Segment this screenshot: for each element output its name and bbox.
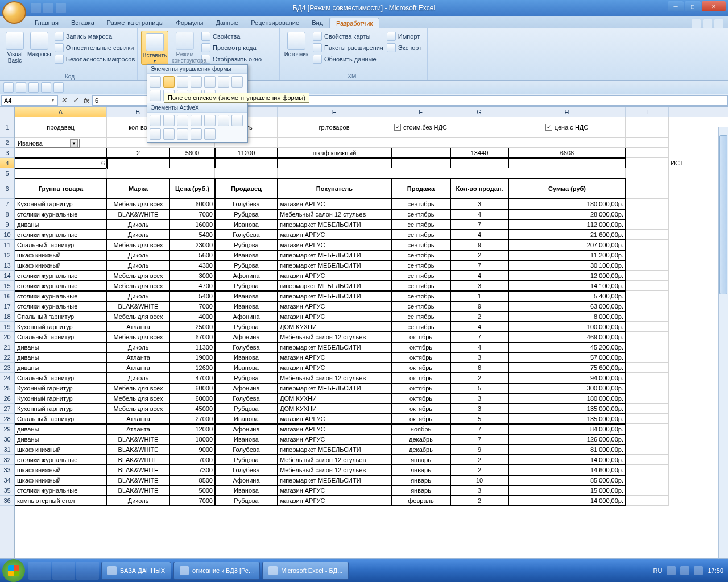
cell[interactable]: 2 xyxy=(450,496,508,506)
cell[interactable]: 5 400,00р. xyxy=(508,291,626,301)
macros-button[interactable]: Макросы xyxy=(27,31,51,57)
cell[interactable]: BLAK&WHITE xyxy=(107,485,169,496)
cell[interactable]: сентябрь xyxy=(391,230,450,240)
cell[interactable]: 3 xyxy=(450,281,508,291)
cell[interactable]: январь xyxy=(391,455,450,465)
cell[interactable]: Диколь xyxy=(107,219,169,230)
col-header[interactable]: F xyxy=(391,107,450,117)
cell[interactable]: гипермаркет МЕБЕЛЬСИТИ xyxy=(278,219,391,230)
select-all[interactable] xyxy=(0,107,15,117)
taskbar-task[interactable]: БАЗА ДАННЫХ xyxy=(101,562,171,580)
cell[interactable]: Диколь xyxy=(107,291,169,301)
cell[interactable]: Диколь xyxy=(107,373,169,383)
cell[interactable]: январь xyxy=(391,475,450,485)
cell[interactable]: Спальный гарнитур xyxy=(15,240,107,250)
cell[interactable]: Рубцова xyxy=(215,281,278,291)
cell[interactable]: BLAK&WHITE xyxy=(107,455,169,465)
cell[interactable]: столики журнальные xyxy=(15,485,107,496)
cell[interactable]: 6 xyxy=(15,158,107,168)
row-header[interactable]: 10 xyxy=(0,230,14,240)
maximize-button[interactable]: □ xyxy=(685,1,701,11)
row-header[interactable]: 25 xyxy=(0,383,14,393)
fx-icon[interactable]: fx xyxy=(81,95,92,106)
cell[interactable]: сентябрь xyxy=(391,240,450,250)
cell[interactable] xyxy=(626,219,669,230)
row-header[interactable]: 27 xyxy=(0,404,14,414)
cell[interactable]: шкаф книжный xyxy=(15,465,107,475)
cell[interactable] xyxy=(169,158,215,168)
cell[interactable]: Кухонный гарнитур xyxy=(15,383,107,393)
cell[interactable]: BLAK&WHITE xyxy=(107,475,169,485)
tray-icon[interactable] xyxy=(667,566,676,575)
cell[interactable]: 2 xyxy=(107,148,169,158)
cell[interactable]: гипермаркет МЕБЕЛЬСИТИ xyxy=(278,342,391,352)
cell[interactable]: Диколь xyxy=(107,250,169,260)
cell[interactable]: столики журнальные xyxy=(15,291,107,301)
cell[interactable]: ИСТ xyxy=(669,158,713,168)
pinned-app-icon[interactable] xyxy=(28,562,51,580)
cell[interactable]: Мебельный салон 12 стульев xyxy=(278,373,391,383)
cell[interactable]: Кухонный гарнитур xyxy=(15,322,107,332)
cell[interactable]: Группа товара xyxy=(15,178,107,199)
cell[interactable]: сентябрь xyxy=(391,209,450,219)
ax-spinbutton-icon[interactable] xyxy=(231,115,243,126)
cell[interactable]: 60000 xyxy=(169,199,215,209)
cell[interactable]: магазин АРГУС xyxy=(278,363,391,373)
cell[interactable]: гипермаркет МЕБЕЛЬСИТИ xyxy=(278,281,391,291)
cell[interactable] xyxy=(626,352,669,363)
col-header[interactable]: E xyxy=(278,107,391,117)
row-header[interactable]: 7 xyxy=(0,199,14,209)
cell[interactable]: 7 xyxy=(450,260,508,271)
cell[interactable] xyxy=(626,322,669,332)
cell[interactable]: 4000 xyxy=(169,311,215,322)
row-header[interactable]: 35 xyxy=(0,485,14,496)
cell[interactable]: 6 xyxy=(450,363,508,373)
cell[interactable]: гипермаркет МЕБЕЛЬСИТИ xyxy=(278,475,391,485)
cell[interactable]: 4 xyxy=(450,230,508,240)
cell[interactable]: 57 000,00р. xyxy=(508,352,626,363)
language-indicator[interactable]: RU xyxy=(653,567,663,574)
source-button[interactable]: Источник xyxy=(283,31,309,57)
cell[interactable] xyxy=(626,271,669,281)
cell[interactable]: Кол-во продан. xyxy=(450,178,508,199)
cell[interactable]: 45 200,00р. xyxy=(508,342,626,352)
row-header[interactable]: 19 xyxy=(0,322,14,332)
cell[interactable]: 180 000,00р. xyxy=(508,199,626,209)
row-header[interactable]: 22 xyxy=(0,352,14,363)
cell[interactable]: Рубцова xyxy=(215,496,278,506)
cell[interactable]: 3 xyxy=(450,485,508,496)
ribbon-tab[interactable]: Вид xyxy=(305,18,329,28)
qat-save-icon[interactable] xyxy=(31,3,41,13)
cell[interactable]: 11 200,00р. xyxy=(508,250,626,260)
cell[interactable]: Диколь xyxy=(107,230,169,240)
cell[interactable]: 3 xyxy=(450,199,508,209)
cell[interactable]: Спальный гарнитур xyxy=(15,414,107,424)
cell[interactable]: 84 000,00р. xyxy=(508,424,626,434)
cell[interactable]: Мебель для всех xyxy=(107,404,169,414)
checkbox-control-icon[interactable] xyxy=(177,76,188,88)
insert-button[interactable]: Вставить▾ xyxy=(141,31,168,65)
cell[interactable]: гипермаркет МЕБЕЛЬСИТИ xyxy=(278,383,391,393)
row-header[interactable]: 32 xyxy=(0,455,14,465)
cell[interactable]: 7000 xyxy=(169,209,215,219)
cell[interactable] xyxy=(15,168,107,178)
cell[interactable] xyxy=(626,414,669,424)
optionbutton-control-icon[interactable] xyxy=(218,76,229,88)
cell[interactable]: ноябрь xyxy=(391,424,450,434)
cell[interactable] xyxy=(450,168,508,178)
cell[interactable] xyxy=(626,209,669,219)
cell[interactable]: 81 000,00р. xyxy=(508,444,626,455)
cell[interactable] xyxy=(278,138,391,148)
cell[interactable]: ✓стоим.без НДС xyxy=(391,117,450,138)
refresh-data-button[interactable]: Обновить данные xyxy=(313,53,383,65)
cell[interactable]: октябрь xyxy=(391,383,450,393)
cell[interactable] xyxy=(626,158,669,168)
cell[interactable]: 11300 xyxy=(169,342,215,352)
cell[interactable]: 16000 xyxy=(169,219,215,230)
cell[interactable]: 85 000,00р. xyxy=(508,475,626,485)
cell[interactable]: сентябрь xyxy=(391,281,450,291)
cell[interactable]: Иванова xyxy=(215,291,278,301)
listbox-control-icon[interactable] xyxy=(204,76,216,88)
spinner-control-icon[interactable] xyxy=(191,76,202,88)
cell[interactable]: Спальный гарнитур xyxy=(15,311,107,322)
